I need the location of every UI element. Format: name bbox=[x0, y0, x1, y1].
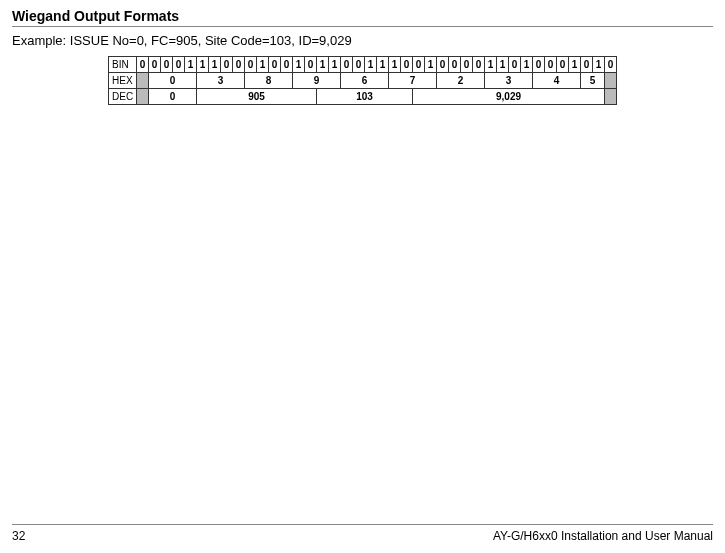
bin-cell: 0 bbox=[245, 57, 257, 73]
wiegand-table: BIN 0 0 0 0 1 1 1 0 0 0 1 0 0 1 0 1 1 0 … bbox=[108, 56, 617, 105]
bin-cell: 1 bbox=[389, 57, 401, 73]
hex-cell: 0 bbox=[149, 73, 197, 89]
bin-cell: 1 bbox=[365, 57, 377, 73]
hex-row: HEX 0 3 8 9 6 7 2 3 4 5 bbox=[109, 73, 617, 89]
bin-cell: 1 bbox=[377, 57, 389, 73]
dec-cell: 905 bbox=[197, 89, 317, 105]
hex-cell: 7 bbox=[389, 73, 437, 89]
bin-cell: 0 bbox=[233, 57, 245, 73]
bin-cell: 0 bbox=[353, 57, 365, 73]
table-container: BIN 0 0 0 0 1 1 1 0 0 0 1 0 0 1 0 1 1 0 … bbox=[12, 56, 713, 105]
bin-label: BIN bbox=[109, 57, 137, 73]
bin-cell: 1 bbox=[197, 57, 209, 73]
bin-row: BIN 0 0 0 0 1 1 1 0 0 0 1 0 0 1 0 1 1 0 … bbox=[109, 57, 617, 73]
dec-cell: 9,029 bbox=[413, 89, 605, 105]
example-text: Example: ISSUE No=0, FC=905, Site Code=1… bbox=[12, 33, 713, 48]
bin-cell: 1 bbox=[257, 57, 269, 73]
bin-cell: 1 bbox=[485, 57, 497, 73]
bin-cell: 1 bbox=[185, 57, 197, 73]
bin-cell: 0 bbox=[173, 57, 185, 73]
bin-cell: 0 bbox=[437, 57, 449, 73]
gray-cell bbox=[137, 73, 149, 89]
manual-title: AY-G/H6xx0 Installation and User Manual bbox=[493, 529, 713, 543]
hex-cell: 5 bbox=[581, 73, 605, 89]
bin-cell: 0 bbox=[533, 57, 545, 73]
gray-cell bbox=[605, 89, 617, 105]
bin-cell: 1 bbox=[521, 57, 533, 73]
bin-cell: 0 bbox=[581, 57, 593, 73]
bin-cell: 1 bbox=[569, 57, 581, 73]
dec-label: DEC bbox=[109, 89, 137, 105]
bin-cell: 0 bbox=[269, 57, 281, 73]
page-footer: 32 AY-G/H6xx0 Installation and User Manu… bbox=[12, 524, 713, 543]
hex-cell: 3 bbox=[485, 73, 533, 89]
bin-cell: 0 bbox=[545, 57, 557, 73]
bin-cell: 1 bbox=[593, 57, 605, 73]
bin-cell: 1 bbox=[317, 57, 329, 73]
bin-cell: 0 bbox=[605, 57, 617, 73]
hex-cell: 8 bbox=[245, 73, 293, 89]
bin-cell: 0 bbox=[449, 57, 461, 73]
bin-cell: 0 bbox=[305, 57, 317, 73]
bin-cell: 1 bbox=[293, 57, 305, 73]
hex-cell: 6 bbox=[341, 73, 389, 89]
bin-cell: 0 bbox=[137, 57, 149, 73]
bin-cell: 0 bbox=[341, 57, 353, 73]
hex-cell: 9 bbox=[293, 73, 341, 89]
page-header-title: Wiegand Output Formats bbox=[12, 8, 713, 27]
bin-cell: 0 bbox=[401, 57, 413, 73]
bin-cell: 0 bbox=[281, 57, 293, 73]
dec-row: DEC 0 905 103 9,029 bbox=[109, 89, 617, 105]
bin-cell: 0 bbox=[221, 57, 233, 73]
bin-cell: 1 bbox=[497, 57, 509, 73]
hex-cell: 4 bbox=[533, 73, 581, 89]
bin-cell: 0 bbox=[509, 57, 521, 73]
bin-cell: 0 bbox=[461, 57, 473, 73]
bin-cell: 0 bbox=[557, 57, 569, 73]
dec-cell: 103 bbox=[317, 89, 413, 105]
hex-label: HEX bbox=[109, 73, 137, 89]
gray-cell bbox=[605, 73, 617, 89]
bin-cell: 0 bbox=[149, 57, 161, 73]
hex-cell: 3 bbox=[197, 73, 245, 89]
bin-cell: 1 bbox=[329, 57, 341, 73]
bin-cell: 0 bbox=[413, 57, 425, 73]
hex-cell: 2 bbox=[437, 73, 485, 89]
dec-cell: 0 bbox=[149, 89, 197, 105]
bin-cell: 1 bbox=[209, 57, 221, 73]
bin-cell: 0 bbox=[473, 57, 485, 73]
bin-cell: 0 bbox=[161, 57, 173, 73]
gray-cell bbox=[137, 89, 149, 105]
page-number: 32 bbox=[12, 529, 25, 543]
bin-cell: 1 bbox=[425, 57, 437, 73]
